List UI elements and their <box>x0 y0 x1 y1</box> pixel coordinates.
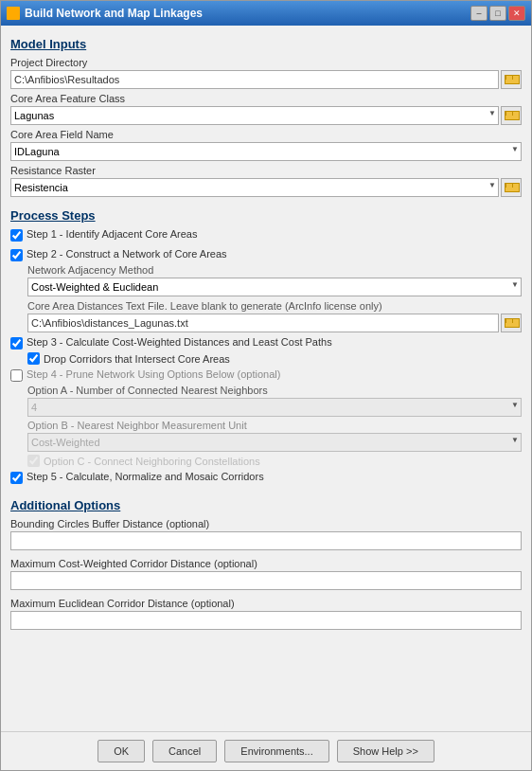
step1-row: Step 1 - Identify Adjacent Core Areas <box>10 228 522 242</box>
core-area-distances-input[interactable] <box>27 314 499 332</box>
window-title: Build Network and Map Linkages <box>25 7 203 20</box>
main-window: Build Network and Map Linkages – □ ✕ Mod… <box>0 0 532 771</box>
option-a-dropdown[interactable]: 4 <box>27 398 522 417</box>
additional-options-title: Additional Options <box>10 498 522 512</box>
drop-corridors-label: Drop Corridors that Intersect Core Areas <box>44 353 230 365</box>
folder-icon-2 <box>505 111 518 120</box>
step1-checkbox[interactable] <box>10 229 23 242</box>
option-a-wrapper: 4 <box>27 398 522 417</box>
option-c-label: Option C - Connect Neighboring Constella… <box>44 456 260 467</box>
option-b-dropdown[interactable]: Cost-Weighted <box>27 433 522 452</box>
minimize-button[interactable]: – <box>470 6 488 21</box>
bottom-bar: OK Cancel Environments... Show Help >> <box>1 731 531 770</box>
resistance-raster-dropdown-wrapper: Resistencia <box>10 178 499 197</box>
environments-button[interactable]: Environments... <box>224 740 328 762</box>
drop-corridors-row: Drop Corridors that Intersect Core Areas <box>27 352 522 365</box>
core-area-field-name-label: Core Area Field Name <box>10 129 522 140</box>
core-area-field-name-dropdown[interactable]: IDLaguna <box>10 142 522 161</box>
step2-checkbox[interactable] <box>10 249 23 261</box>
step2-label: Step 2 - Construct a Network of Core Are… <box>27 248 227 260</box>
drop-corridors-checkbox[interactable] <box>27 352 40 365</box>
bounding-circles-label: Bounding Circles Buffer Distance (option… <box>10 518 522 529</box>
max-cost-weighted-label: Maximum Cost-Weighted Corridor Distance … <box>10 558 522 569</box>
core-area-distances-row <box>27 314 522 332</box>
step2-content: Network Adjacency Method Cost-Weighted &… <box>27 264 522 332</box>
step5-checkbox[interactable] <box>10 472 23 484</box>
max-euclidean-label: Maximum Euclidean Corridor Distance (opt… <box>10 598 522 609</box>
folder-icon-4 <box>505 318 518 328</box>
ok-button[interactable]: OK <box>98 740 145 762</box>
show-help-button[interactable]: Show Help >> <box>337 740 434 762</box>
step5-row: Step 5 - Calculate, Normalize and Mosaic… <box>10 471 522 484</box>
project-directory-browse-button[interactable] <box>501 70 522 89</box>
max-euclidean-input[interactable] <box>10 611 522 630</box>
step4-content: Option A - Number of Connected Nearest N… <box>27 385 522 467</box>
resistance-raster-row: Resistencia <box>10 178 522 197</box>
title-buttons: – □ ✕ <box>470 6 525 21</box>
project-directory-row <box>10 70 522 89</box>
model-inputs-title: Model Inputs <box>10 37 522 51</box>
step1-label: Step 1 - Identify Adjacent Core Areas <box>27 228 197 240</box>
step4-checkbox[interactable] <box>10 369 23 382</box>
core-area-feature-class-browse-button[interactable] <box>501 106 522 125</box>
process-steps-title: Process Steps <box>10 208 522 223</box>
restore-button[interactable]: □ <box>489 6 506 21</box>
title-bar-left: Build Network and Map Linkages <box>7 7 203 20</box>
content-area: Model Inputs Project Directory Core Area… <box>1 26 531 731</box>
close-button[interactable]: ✕ <box>508 6 525 21</box>
resistance-raster-dropdown[interactable]: Resistencia <box>10 178 499 197</box>
step3-content: Drop Corridors that Intersect Core Areas <box>27 352 522 365</box>
app-icon <box>7 7 20 20</box>
resistance-raster-browse-button[interactable] <box>501 178 522 197</box>
network-adjacency-dropdown[interactable]: Cost-Weighted & Euclidean <box>27 278 522 296</box>
option-c-row: Option C - Connect Neighboring Constella… <box>27 455 522 467</box>
core-area-feature-class-dropdown-wrapper: Lagunas <box>10 106 499 125</box>
option-c-checkbox[interactable] <box>27 455 40 467</box>
network-adjacency-wrapper: Cost-Weighted & Euclidean <box>27 278 522 296</box>
network-adjacency-label: Network Adjacency Method <box>27 264 522 276</box>
step3-label: Step 3 - Calculate Cost-Weighted Distanc… <box>27 336 332 348</box>
step5-label: Step 5 - Calculate, Normalize and Mosaic… <box>27 471 264 482</box>
folder-icon-3 <box>505 183 518 192</box>
core-area-field-name-wrapper: IDLaguna <box>10 142 522 161</box>
max-cost-weighted-input[interactable] <box>10 571 522 590</box>
step4-label: Step 4 - Prune Network Using Options Bel… <box>27 368 280 380</box>
step3-row: Step 3 - Calculate Cost-Weighted Distanc… <box>10 336 522 350</box>
core-area-feature-class-label: Core Area Feature Class <box>10 93 522 104</box>
option-b-label: Option B - Nearest Neighbor Measurement … <box>27 420 522 431</box>
cancel-button[interactable]: Cancel <box>152 740 217 762</box>
step3-checkbox[interactable] <box>10 337 23 350</box>
core-area-feature-class-dropdown[interactable]: Lagunas <box>10 106 499 125</box>
project-directory-input[interactable] <box>10 70 499 89</box>
bounding-circles-input[interactable] <box>10 531 522 550</box>
title-bar: Build Network and Map Linkages – □ ✕ <box>1 1 531 26</box>
core-area-distances-label: Core Area Distances Text File. Leave bla… <box>27 300 522 312</box>
resistance-raster-label: Resistance Raster <box>10 165 522 176</box>
core-area-distances-browse-button[interactable] <box>501 314 522 332</box>
folder-icon <box>505 75 518 84</box>
step2-row: Step 2 - Construct a Network of Core Are… <box>10 248 522 261</box>
option-b-wrapper: Cost-Weighted <box>27 433 522 452</box>
option-a-label: Option A - Number of Connected Nearest N… <box>27 385 522 396</box>
project-directory-label: Project Directory <box>10 57 522 68</box>
step4-row: Step 4 - Prune Network Using Options Bel… <box>10 368 522 382</box>
core-area-feature-class-row: Lagunas <box>10 106 522 125</box>
